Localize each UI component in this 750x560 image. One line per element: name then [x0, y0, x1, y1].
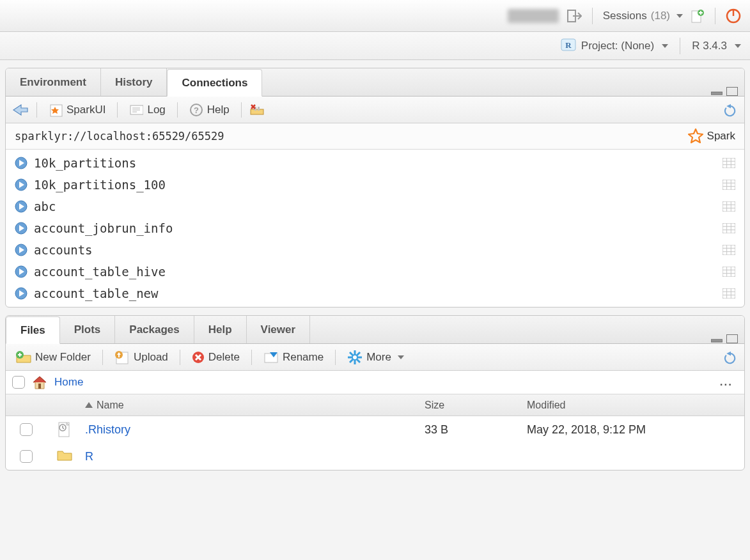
- more-button[interactable]: More: [343, 348, 408, 367]
- tab-environment[interactable]: Environment: [6, 68, 101, 96]
- new-session-icon[interactable]: [691, 9, 705, 23]
- preview-table-icon[interactable]: [723, 245, 735, 255]
- home-icon[interactable]: [31, 375, 48, 390]
- global-topbar: Sessions (18): [0, 0, 750, 32]
- row-checkbox[interactable]: [20, 423, 33, 436]
- chevron-down-icon[interactable]: [735, 44, 741, 48]
- r-version-label[interactable]: R 3.4.3: [692, 40, 727, 52]
- global-subbar: Project: (None) R 3.4.3: [0, 32, 750, 60]
- table-row[interactable]: account_table_new: [6, 283, 744, 304]
- preview-table-icon[interactable]: [723, 267, 735, 277]
- table-row[interactable]: 10k_partitions_100: [6, 174, 744, 196]
- breadcrumb-home[interactable]: Home: [54, 376, 83, 389]
- select-all-checkbox[interactable]: [12, 376, 25, 389]
- table-row[interactable]: abc: [6, 196, 744, 217]
- expand-icon[interactable]: [15, 200, 27, 213]
- expand-icon[interactable]: [15, 178, 27, 191]
- table-name: 10k_partitions: [34, 156, 136, 170]
- chevron-down-icon[interactable]: [662, 44, 668, 48]
- divider: [117, 102, 118, 118]
- help-button[interactable]: Help: [185, 101, 233, 119]
- tab-packages[interactable]: Packages: [115, 316, 194, 343]
- row-checkbox[interactable]: [20, 450, 33, 463]
- chevron-down-icon[interactable]: [676, 14, 683, 18]
- tab-files[interactable]: Files: [6, 316, 60, 344]
- project-label[interactable]: Project: (None): [581, 40, 654, 52]
- divider: [180, 350, 180, 365]
- file-name[interactable]: .Rhistory: [85, 423, 130, 437]
- divider: [592, 8, 593, 24]
- col-modified-header[interactable]: Modified: [527, 400, 744, 411]
- preview-table-icon[interactable]: [723, 158, 735, 168]
- table-name: 10k_partitions_100: [34, 178, 166, 192]
- expand-icon[interactable]: [15, 265, 27, 278]
- sparkui-button[interactable]: SparkUI: [45, 101, 109, 119]
- spark-star-icon: [688, 128, 703, 144]
- files-toolbar: New Folder Upload Delete Rename More: [6, 344, 744, 371]
- preview-table-icon[interactable]: [723, 223, 735, 233]
- logout-icon[interactable]: [566, 8, 582, 24]
- col-name-header[interactable]: Name: [82, 400, 425, 411]
- more-label: More: [366, 351, 391, 364]
- folder-icon: [57, 449, 72, 464]
- refresh-icon[interactable]: [724, 103, 738, 117]
- divider: [680, 38, 680, 54]
- table-name: accounts: [34, 243, 93, 257]
- disconnect-icon[interactable]: [249, 103, 265, 117]
- divider: [335, 350, 336, 365]
- new-folder-button[interactable]: New Folder: [12, 349, 95, 366]
- tab-connections[interactable]: Connections: [167, 69, 262, 97]
- table-name: abc: [34, 199, 56, 214]
- log-label: Log: [147, 104, 165, 116]
- log-icon: [129, 103, 143, 117]
- table-row[interactable]: 10k_partitions: [6, 152, 744, 174]
- breadcrumb-row: Home ...: [6, 371, 744, 394]
- minimize-icon[interactable]: [711, 87, 723, 96]
- rename-label: Rename: [283, 351, 324, 364]
- expand-icon[interactable]: [15, 244, 27, 256]
- upload-icon: [114, 350, 130, 364]
- preview-table-icon[interactable]: [723, 201, 735, 212]
- upload-label: Upload: [134, 351, 168, 364]
- delete-icon: [192, 351, 205, 364]
- files-panel: Files Plots Packages Help Viewer New Fol…: [5, 315, 745, 471]
- back-icon[interactable]: [12, 104, 29, 116]
- tab-help[interactable]: Help: [194, 316, 247, 343]
- file-row: .Rhistory 33 B May 22, 2018, 9:12 PM: [6, 416, 744, 443]
- tables-list: 10k_partitions10k_partitions_100abcaccou…: [6, 150, 744, 307]
- maximize-icon[interactable]: [726, 87, 738, 96]
- help-icon: [189, 103, 203, 117]
- connections-toolbar: SparkUI Log Help: [6, 97, 744, 123]
- refresh-icon[interactable]: [724, 350, 738, 364]
- table-row[interactable]: account_jobrun_info: [6, 217, 744, 239]
- tab-viewer[interactable]: Viewer: [247, 316, 311, 343]
- log-button[interactable]: Log: [125, 101, 169, 119]
- tab-plots[interactable]: Plots: [60, 316, 116, 343]
- upload-button[interactable]: Upload: [111, 348, 172, 366]
- delete-button[interactable]: Delete: [188, 349, 244, 366]
- table-row[interactable]: account_table_hive: [6, 261, 744, 283]
- maximize-icon[interactable]: [726, 334, 738, 343]
- table-row[interactable]: accounts: [6, 239, 744, 261]
- spark-tag[interactable]: Spark: [688, 128, 735, 144]
- sessions-label[interactable]: Sessions: [603, 10, 647, 22]
- spark-label: Spark: [707, 130, 735, 143]
- preview-table-icon[interactable]: [723, 288, 735, 299]
- rename-icon: [263, 351, 279, 364]
- connection-url-row: sparklyr://localhost:65529/65529 Spark: [6, 123, 744, 150]
- file-name[interactable]: R: [85, 450, 93, 463]
- minimize-icon[interactable]: [711, 334, 723, 343]
- power-icon[interactable]: [726, 8, 741, 24]
- expand-icon[interactable]: [15, 222, 27, 235]
- file-header-row: Name Size Modified: [6, 394, 744, 416]
- expand-icon[interactable]: [15, 157, 27, 169]
- sparkui-label: SparkUI: [66, 104, 105, 116]
- more-dots[interactable]: ...: [720, 376, 738, 389]
- expand-icon[interactable]: [15, 287, 27, 300]
- preview-table-icon[interactable]: [723, 180, 735, 190]
- rename-button[interactable]: Rename: [260, 349, 327, 366]
- col-size-header[interactable]: Size: [425, 400, 527, 411]
- divider: [102, 350, 103, 365]
- file-icon: [57, 422, 72, 437]
- tab-history[interactable]: History: [101, 68, 168, 96]
